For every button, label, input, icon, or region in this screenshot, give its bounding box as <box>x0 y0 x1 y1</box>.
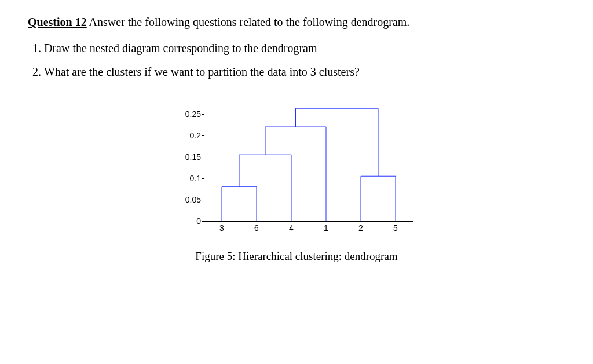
figure: 00.050.10.150.20.25364125 Figure 5: Hier… <box>160 100 433 263</box>
question-heading: Question 12 Answer the following questio… <box>28 14 565 30</box>
question-item-1: Draw the nested diagram corresponding to… <box>44 41 565 56</box>
dendrogram-plot: 00.050.10.150.20.25364125 <box>169 100 424 238</box>
question-number: Question 12 <box>28 16 87 28</box>
ytick-label: 0.25 <box>185 109 204 119</box>
dendrogram-lines <box>204 105 413 221</box>
leaf-label: 6 <box>254 221 259 233</box>
ytick-label: 0.05 <box>185 195 204 204</box>
leaf-label: 3 <box>219 221 224 233</box>
leaf-label: 4 <box>289 221 294 233</box>
plot-axes: 00.050.10.150.20.25364125 <box>204 105 413 222</box>
figure-caption: Figure 5: Hierarchical clustering: dendr… <box>160 250 433 263</box>
question-item-2: What are the clusters if we want to part… <box>44 64 565 80</box>
ytick-label: 0.15 <box>185 152 204 161</box>
question-list: Draw the nested diagram corresponding to… <box>44 41 565 80</box>
leaf-label: 1 <box>324 221 328 233</box>
leaf-label: 2 <box>358 221 363 233</box>
leaf-label: 5 <box>393 221 398 233</box>
question-prompt: Answer the following questions related t… <box>89 16 410 28</box>
